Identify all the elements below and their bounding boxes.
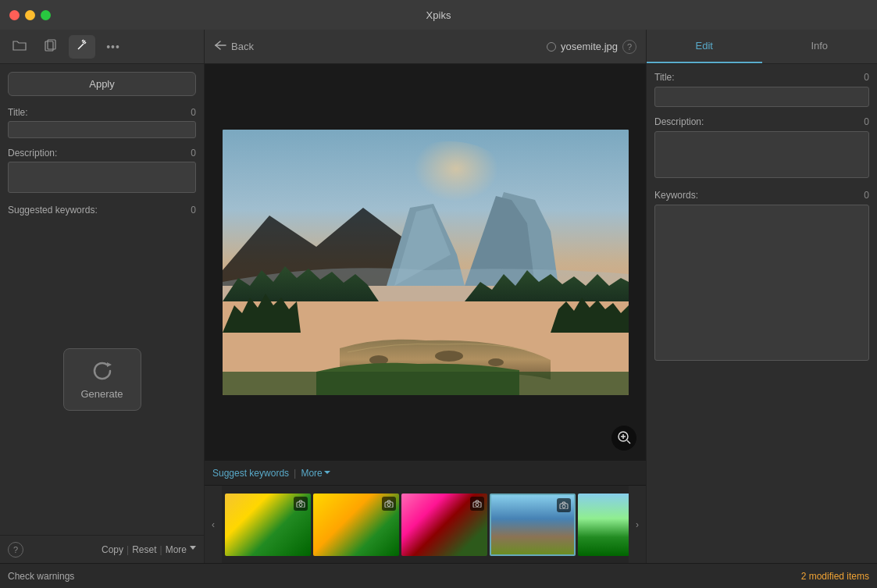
right-title-label: Title: [654, 72, 675, 83]
file-name: yosemite.jpg [561, 41, 618, 52]
svg-point-25 [562, 504, 565, 508]
file-indicator: yosemite.jpg ? [547, 40, 636, 54]
magic-wand-button[interactable] [69, 35, 95, 59]
suggest-more-button[interactable]: More [301, 468, 330, 479]
right-title-label-row: Title: 0 [654, 72, 869, 83]
copy-link[interactable]: Copy [102, 544, 123, 555]
more-label: More [166, 544, 187, 555]
right-keywords-input[interactable] [654, 205, 869, 361]
svg-point-11 [435, 351, 463, 362]
folder-icon [12, 39, 27, 54]
minimize-button[interactable] [25, 10, 35, 20]
suggest-more-label: More [301, 468, 322, 479]
more-button[interactable]: More [166, 544, 196, 555]
filmstrip-nav-right[interactable]: › [629, 486, 646, 563]
back-label: Back [231, 41, 254, 52]
close-button[interactable] [9, 10, 20, 20]
filmstrip-item-4[interactable] [490, 494, 576, 556]
left-toolbar: ••• [0, 30, 204, 64]
right-description-label: Description: [654, 116, 704, 127]
title-label: Title: [8, 107, 28, 118]
back-button[interactable]: Back [214, 41, 254, 52]
bottom-bar: Check warnings 2 modified items [0, 563, 877, 588]
titlebar: Xpiks [0, 0, 877, 30]
left-sidebar: ••• Apply Title: 0 Description: 0 Sugges… [0, 30, 205, 563]
filmstrip-scroll [222, 486, 629, 563]
right-description-label-row: Description: 0 [654, 116, 869, 127]
suggest-separator: | [294, 467, 296, 479]
suggest-more-arrow-icon [324, 471, 330, 477]
generate-label: Generate [80, 388, 123, 400]
description-label: Description: [8, 148, 57, 159]
filmstrip-item-3[interactable] [401, 494, 487, 556]
copy-panel-icon [45, 39, 57, 54]
suggested-keywords-section: Suggested keywords: 0 [0, 200, 204, 223]
file-status-dot [547, 42, 556, 52]
right-keywords-section: Keywords: 0 [654, 190, 869, 361]
title-input[interactable] [8, 121, 196, 138]
chevron-down-icon [190, 546, 196, 553]
window-controls [9, 10, 51, 20]
filmstrip-area: ‹ [205, 485, 646, 563]
description-label-row: Description: 0 [8, 148, 196, 159]
description-input[interactable] [8, 162, 196, 193]
svg-point-21 [387, 503, 390, 506]
svg-point-23 [476, 503, 479, 506]
image-view [205, 64, 646, 460]
folder-button[interactable] [6, 35, 33, 59]
right-description-input[interactable] [654, 131, 869, 178]
filmstrip-item-1[interactable] [225, 494, 311, 556]
modified-count: 2 modified items [801, 571, 869, 582]
tab-edit[interactable]: Edit [647, 30, 762, 63]
main-layout: ••• Apply Title: 0 Description: 0 Sugges… [0, 30, 877, 563]
description-count: 0 [191, 148, 196, 159]
apply-button[interactable]: Apply [8, 72, 196, 96]
file-help-button[interactable]: ? [622, 40, 636, 54]
zoom-button[interactable] [611, 426, 636, 451]
center-content: Back yosemite.jpg ? [205, 30, 646, 563]
filmstrip-nav-left[interactable]: ‹ [205, 486, 222, 563]
svg-marker-6 [107, 362, 112, 367]
generate-button[interactable]: Generate [63, 348, 141, 411]
reset-link[interactable]: Reset [132, 544, 156, 555]
thumb-3-camera-icon [470, 497, 484, 511]
more-options-icon: ••• [106, 41, 120, 53]
suggested-keywords-label-row: Suggested keywords: 0 [8, 205, 196, 216]
thumb-2-camera-icon [382, 497, 396, 511]
right-title-section: Title: 0 [654, 72, 869, 107]
title-count: 0 [191, 107, 196, 118]
help-button[interactable]: ? [8, 542, 23, 558]
separator-2: | [160, 544, 162, 555]
chevron-right-icon: › [636, 519, 639, 530]
main-image [223, 130, 629, 395]
svg-line-2 [78, 44, 84, 49]
app-title: Xpiks [426, 9, 451, 21]
description-section: Description: 0 [0, 143, 204, 200]
tab-info[interactable]: Info [762, 30, 878, 63]
filmstrip-item-5[interactable] [578, 494, 629, 556]
zoom-icon [617, 430, 631, 447]
suggest-keywords-bar: Suggest keywords | More [205, 460, 646, 485]
right-description-section: Description: 0 [654, 116, 869, 180]
left-bottom-bar: ? Copy | Reset | More [0, 535, 204, 563]
more-options-button[interactable]: ••• [100, 35, 127, 59]
suggested-keywords-label: Suggested keywords: [8, 205, 98, 216]
file-help-icon: ? [627, 42, 632, 52]
thumb-4-camera-icon [557, 498, 571, 512]
copy-panel-button[interactable] [37, 35, 64, 59]
right-tabs: Edit Info [647, 30, 877, 64]
svg-point-12 [488, 358, 504, 366]
separator-1: | [127, 544, 129, 555]
check-warnings-button[interactable]: Check warnings [8, 571, 74, 582]
svg-point-19 [299, 503, 302, 506]
refresh-icon [90, 358, 115, 383]
right-keywords-count: 0 [864, 190, 869, 201]
suggest-keywords-link[interactable]: Suggest keywords [212, 468, 289, 479]
tab-edit-label: Edit [696, 40, 713, 52]
right-panel: Edit Info Title: 0 Description: 0 [646, 30, 877, 563]
generate-area: Generate [0, 223, 204, 535]
tab-info-label: Info [811, 40, 828, 52]
filmstrip-item-2[interactable] [313, 494, 399, 556]
maximize-button[interactable] [41, 10, 51, 20]
right-title-input[interactable] [654, 87, 869, 107]
